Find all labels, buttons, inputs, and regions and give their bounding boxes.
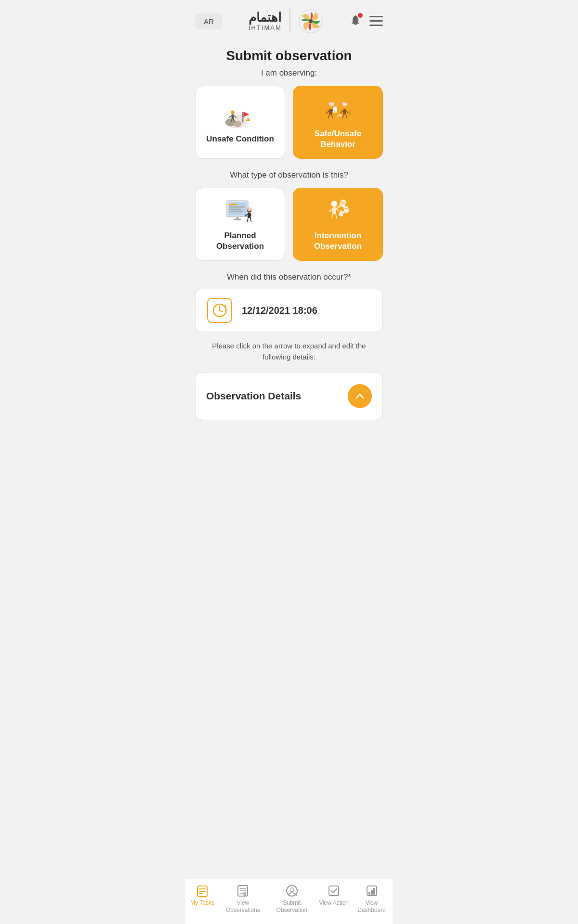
- svg-rect-4: [369, 25, 383, 26]
- datetime-card[interactable]: 12/12/2021 18:06: [195, 289, 383, 332]
- notification-bell[interactable]: [349, 14, 362, 28]
- svg-point-12: [231, 111, 235, 115]
- svg-rect-62: [338, 210, 344, 217]
- datetime-value: 12/12/2021 18:06: [242, 305, 317, 316]
- svg-line-55: [332, 214, 333, 218]
- svg-rect-2: [369, 16, 383, 17]
- chevron-up-icon: [355, 391, 365, 401]
- svg-rect-19: [328, 109, 331, 115]
- svg-rect-35: [348, 112, 351, 116]
- svg-rect-39: [229, 206, 244, 207]
- svg-point-50: [247, 207, 251, 211]
- svg-line-23: [331, 115, 332, 118]
- expand-details-button[interactable]: [348, 384, 372, 408]
- svg-line-56: [336, 214, 337, 218]
- svg-rect-60: [343, 206, 349, 213]
- details-title: Observation Details: [206, 390, 301, 402]
- svg-line-22: [328, 115, 329, 118]
- behavior-illustration: [321, 95, 355, 124]
- logo: اهتمام IHTIMAM: [249, 9, 323, 34]
- intervention-observation-label: Intervention Observation: [298, 231, 378, 252]
- datetime-icon: [207, 298, 232, 323]
- header: AR اهتمام IHTIMAM: [185, 0, 393, 38]
- svg-line-34: [346, 115, 347, 118]
- svg-rect-41: [229, 211, 242, 212]
- logo-english: IHTIMAM: [249, 24, 282, 31]
- planned-observation-illustration: [223, 197, 258, 226]
- svg-line-66: [220, 310, 223, 312]
- when-section: When did this observation occur?* 12/12/…: [185, 272, 393, 332]
- observing-label: I am observing:: [185, 68, 393, 78]
- observation-type-options: Planned Observation Intervention Observa…: [185, 188, 393, 261]
- svg-point-1: [309, 19, 313, 24]
- observation-details-card: Observation Details: [195, 372, 383, 420]
- observation-type-label: What type of observation is this?: [185, 170, 393, 180]
- safe-unsafe-behavior-card[interactable]: Safe/Unsafe Behavior: [293, 86, 383, 159]
- notification-dot: [358, 13, 363, 18]
- svg-rect-43: [234, 219, 241, 220]
- svg-marker-9: [243, 112, 249, 117]
- svg-line-48: [247, 218, 248, 221]
- svg-rect-8: [242, 112, 243, 122]
- instructions-text: Please click on the arrow to expand and …: [185, 341, 393, 362]
- planned-observation-card[interactable]: Planned Observation: [195, 188, 285, 261]
- svg-rect-3: [369, 20, 383, 22]
- logo-divider: [289, 9, 290, 33]
- svg-rect-25: [333, 106, 336, 108]
- safe-unsafe-behavior-label: Safe/Unsafe Behavior: [298, 128, 378, 150]
- svg-line-21: [332, 109, 333, 111]
- when-label: When did this observation occur?*: [195, 272, 383, 282]
- svg-rect-52: [332, 207, 336, 214]
- svg-line-33: [342, 115, 343, 118]
- svg-rect-30: [343, 109, 346, 115]
- svg-point-51: [331, 201, 337, 207]
- logo-compass-icon: [298, 9, 323, 34]
- observing-options: ! Unsafe Condition: [185, 86, 393, 159]
- unsafe-condition-illustration: !: [223, 100, 258, 129]
- svg-rect-13: [231, 115, 234, 119]
- svg-point-7: [234, 121, 241, 127]
- page-title: Submit observation: [185, 48, 393, 64]
- unsafe-condition-label: Unsafe Condition: [206, 134, 274, 144]
- svg-line-63: [336, 206, 340, 209]
- svg-line-53: [329, 209, 332, 212]
- svg-text:!: !: [247, 117, 248, 121]
- unsafe-condition-card[interactable]: ! Unsafe Condition: [195, 86, 285, 159]
- logo-arabic: اهتمام: [249, 12, 281, 24]
- header-actions: [349, 14, 383, 28]
- svg-line-20: [326, 111, 329, 114]
- intervention-observation-card[interactable]: Intervention Observation: [293, 188, 383, 261]
- intervention-illustration: [321, 197, 355, 226]
- language-button[interactable]: AR: [195, 13, 223, 29]
- clock-refresh-icon: [211, 302, 228, 319]
- svg-rect-40: [229, 209, 240, 210]
- planned-observation-label: Planned Observation: [200, 231, 280, 252]
- svg-line-31: [341, 111, 343, 113]
- svg-rect-38: [229, 204, 236, 205]
- svg-line-49: [250, 218, 251, 221]
- menu-icon[interactable]: [369, 16, 383, 26]
